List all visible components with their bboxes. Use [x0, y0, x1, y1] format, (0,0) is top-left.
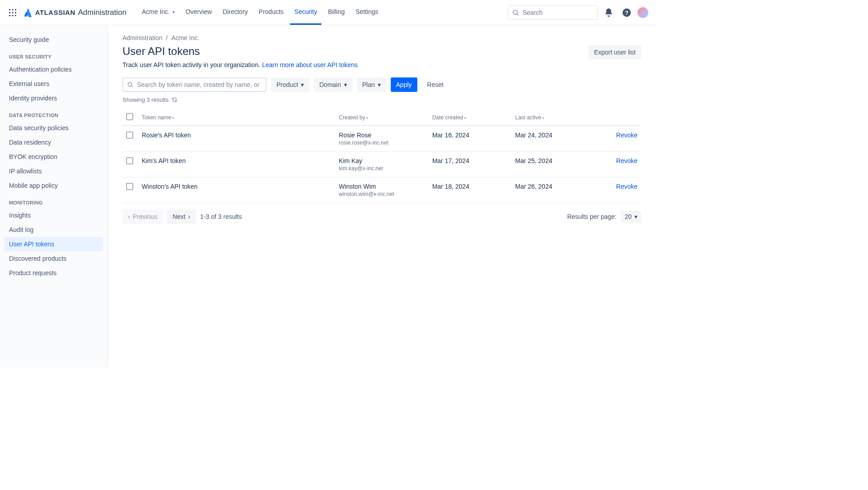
sidebar-item-user-api-tokens[interactable]: User API tokens [5, 237, 103, 251]
filter-plan[interactable]: Plan▾ [357, 77, 386, 92]
nav-directory[interactable]: Directory [218, 0, 253, 25]
search-icon [127, 82, 133, 88]
cell-created-by: Winston Wim winston.wim@x-inc.net [335, 177, 429, 203]
sidebar-security-guide[interactable]: Security guide [5, 32, 103, 47]
pagination: ‹ Previous Next › 1-3 of 3 results Resul… [122, 209, 641, 224]
sidebar-item-discovered-products[interactable]: Discovered products [5, 251, 103, 266]
main-content: Administration / Acme Inc. User API toke… [108, 25, 656, 368]
revoke-link[interactable]: Revoke [616, 132, 637, 139]
sidebar-group-monitoring: MONITORING [5, 193, 103, 208]
chevron-down-icon: ▾ [301, 81, 304, 88]
sidebar-item-ip-allowlists[interactable]: IP allowlists [5, 164, 103, 178]
sidebar-item-audit-log[interactable]: Audit log [5, 222, 103, 237]
chevron-right-icon: › [188, 213, 190, 220]
sidebar-group-data-protection: DATA PROTECTION [5, 105, 103, 121]
page-description: Track user API token activity in your or… [122, 61, 641, 68]
profile-avatar[interactable] [637, 7, 648, 18]
sidebar-item-byok-encryption[interactable]: BYOK encryption [5, 150, 103, 164]
sidebar: Security guide USER SECURITY Authenticat… [0, 25, 108, 368]
cell-date-created: Mar 16, 2024 [429, 126, 511, 152]
reset-button[interactable]: Reset [422, 77, 449, 92]
select-all-checkbox[interactable] [126, 113, 133, 120]
svg-rect-4 [12, 12, 14, 13]
col-token-name[interactable]: Token name▾ [138, 109, 335, 126]
results-per-page-select[interactable]: 20 ▾ [621, 210, 641, 223]
sidebar-item-authentication-policies[interactable]: Authentication policies [5, 62, 103, 77]
row-checkbox[interactable] [126, 157, 133, 164]
col-created-by[interactable]: Created by▾ [335, 109, 429, 126]
row-checkbox[interactable] [126, 132, 133, 139]
brand-suffix: Administration [78, 8, 127, 17]
nav-security[interactable]: Security [290, 0, 322, 25]
cell-token-name: Rosie's API token [138, 126, 335, 152]
primary-nav: Acme Inc. ▾ Overview Directory Products … [137, 0, 383, 25]
chevron-down-icon: ▾ [634, 213, 637, 220]
row-checkbox[interactable] [126, 183, 133, 190]
svg-rect-5 [15, 12, 16, 13]
svg-rect-2 [15, 9, 16, 10]
sidebar-item-data-residency[interactable]: Data residency [5, 135, 103, 150]
token-search-input[interactable] [136, 81, 262, 89]
filter-product[interactable]: Product▾ [271, 77, 309, 92]
search-icon [512, 9, 519, 16]
sort-icon: ▾ [366, 116, 368, 120]
org-switcher-label: Acme Inc. [142, 8, 170, 15]
org-switcher[interactable]: Acme Inc. ▾ [137, 0, 179, 25]
sidebar-item-external-users[interactable]: External users [5, 77, 103, 91]
filter-domain[interactable]: Domain▾ [314, 77, 352, 92]
table-row: Rosie's API token Rosie Rose rosie.rose@… [122, 126, 641, 152]
col-date-created[interactable]: Date created▾ [429, 109, 511, 126]
nav-products[interactable]: Products [254, 0, 288, 25]
nav-billing[interactable]: Billing [323, 0, 349, 25]
svg-rect-8 [15, 15, 16, 16]
breadcrumb-org[interactable]: Acme Inc. [172, 34, 199, 41]
table-row: Kim's API token Kim Kay kim.kay@x-inc.ne… [122, 152, 641, 177]
svg-line-14 [131, 86, 133, 87]
refresh-icon[interactable] [172, 97, 177, 103]
cell-token-name: Winston's API token [138, 177, 335, 203]
revoke-link[interactable]: Revoke [616, 157, 637, 164]
revoke-link[interactable]: Revoke [616, 183, 637, 190]
cell-last-active: Mar 24, 2024 [511, 126, 594, 152]
top-nav: ATLASSIAN Administration Acme Inc. ▾ Ove… [0, 0, 656, 25]
page-range: 1-3 of 3 results [200, 213, 242, 220]
table-row: Winston's API token Winston Wim winston.… [122, 177, 641, 203]
sort-icon: ▾ [172, 116, 174, 120]
atlassian-logo[interactable]: ATLASSIAN Administration [23, 8, 127, 17]
sidebar-item-identity-providers[interactable]: Identity providers [5, 91, 103, 105]
tokens-table: Token name▾ Created by▾ Date created▾ La… [122, 109, 641, 203]
results-per-page-label: Results per page: [567, 213, 617, 220]
col-last-active[interactable]: Last active▾ [511, 109, 594, 126]
learn-more-link[interactable]: Learn more about user API tokens [262, 61, 357, 68]
page-title: User API tokens [122, 45, 200, 58]
global-search[interactable] [508, 5, 598, 20]
cell-last-active: Mar 26, 2024 [511, 177, 594, 203]
nav-settings[interactable]: Settings [351, 0, 383, 25]
apply-button[interactable]: Apply [391, 77, 417, 92]
app-switcher-icon[interactable] [7, 7, 18, 18]
chevron-down-icon: ▾ [172, 9, 175, 14]
results-count: Showing 3 results [122, 96, 641, 103]
sidebar-item-insights[interactable]: Insights [5, 208, 103, 222]
notifications-icon[interactable] [601, 5, 616, 20]
nav-overview[interactable]: Overview [181, 0, 216, 25]
cell-token-name: Kim's API token [138, 152, 335, 177]
chevron-down-icon: ▾ [378, 81, 381, 88]
help-icon[interactable]: ? [619, 5, 634, 20]
next-button[interactable]: Next › [167, 209, 195, 224]
breadcrumb: Administration / Acme Inc. [122, 34, 641, 41]
sidebar-item-mobile-app-policy[interactable]: Mobile app policy [5, 178, 103, 193]
svg-text:?: ? [625, 9, 628, 16]
sidebar-item-product-requests[interactable]: Product requests [5, 266, 103, 280]
sidebar-item-data-security-policies[interactable]: Data security policies [5, 121, 103, 135]
export-user-list-button[interactable]: Export user list [588, 45, 641, 59]
cell-date-created: Mar 17, 2024 [429, 152, 511, 177]
cell-last-active: Mar 25, 2024 [511, 152, 594, 177]
global-search-input[interactable] [522, 9, 602, 17]
breadcrumb-root[interactable]: Administration [122, 34, 163, 41]
cell-created-by: Kim Kay kim.kay@x-inc.net [335, 152, 429, 177]
atlassian-mark-icon [23, 8, 32, 17]
token-search[interactable] [122, 77, 267, 92]
previous-button[interactable]: ‹ Previous [122, 209, 163, 224]
sort-icon: ▾ [464, 116, 466, 120]
